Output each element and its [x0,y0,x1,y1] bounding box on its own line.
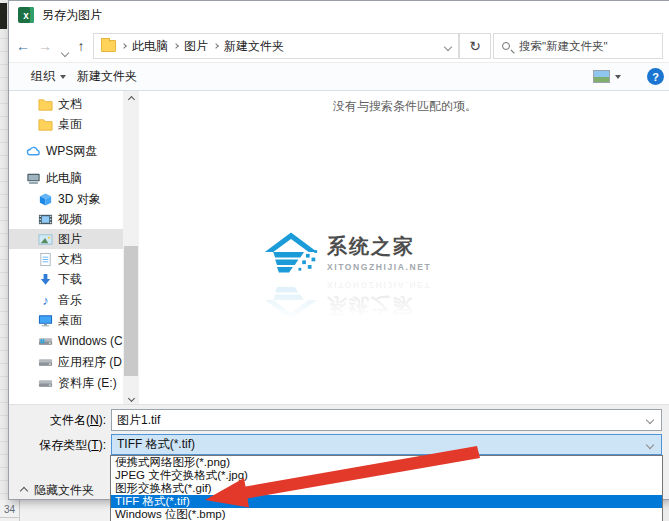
sidebar-item-label: 应用程序 (D:) [58,354,129,371]
sidebar-item-videos[interactable]: 视频 [9,209,123,229]
window-title: 另存为图片 [42,7,102,24]
background-excel-strip [0,0,8,521]
cube-icon [38,192,53,207]
navigation-pane: 文档 桌面 WPS网盘 此电脑 3D 对象 视频 图片 文档 [9,91,141,406]
drive-icon [38,355,53,370]
sidebar-item-this-pc[interactable]: 此电脑 [9,168,123,188]
organize-button[interactable]: 组织 [31,63,66,90]
excel-icon: x [18,7,34,23]
sidebar-item-3d-objects[interactable]: 3D 对象 [9,189,123,209]
sidebar-item-label: 此电脑 [46,170,82,187]
sidebar-item-label: 视频 [58,211,82,228]
refresh-button[interactable]: ↻ [459,33,491,59]
file-name-combobox[interactable] [111,409,662,431]
help-icon: ? [647,68,664,85]
filetype-option-bmp[interactable]: Windows 位图(*.bmp) [111,508,662,521]
sidebar-item-drive-e[interactable]: 资料库 (E:) [9,373,123,393]
up-button[interactable]: ↑ [71,37,91,55]
new-folder-button[interactable]: 新建文件夹 [77,63,137,90]
sidebar-item-drive-c[interactable]: Windows (C:) [9,331,123,351]
save-type-dropdown-list: 便携式网络图形(*.png) JPEG 文件交换格式(*.jpg) 图形交换格式… [110,455,663,521]
search-box[interactable] [493,33,663,59]
file-name-label: 文件名(N): [9,409,106,431]
sidebar-item-desktop[interactable]: 桌面 [9,114,123,134]
breadcrumb-new-folder[interactable]: 新建文件夹 [224,38,284,55]
watermark-url: XITONGZHIJIA.NET [327,262,431,272]
sidebar-item-label: 3D 对象 [58,191,101,208]
desktop-icon [38,313,53,328]
music-note-icon: ♪ [38,293,53,308]
organize-label: 组织 [31,68,55,85]
sidebar-item-desktop-2[interactable]: 桌面 [9,310,123,330]
computer-icon [26,171,41,186]
help-button[interactable]: ? [647,63,664,90]
chevron-right-icon [121,43,127,49]
picture-icon [38,232,53,247]
chevron-down-icon [646,440,654,448]
excel-row-number: 34 [4,504,15,515]
chevron-up-icon [20,486,28,494]
chevron-down-icon [61,49,69,57]
drive-icon [38,376,53,391]
back-button[interactable]: ← [13,37,33,55]
search-icon [502,42,510,50]
toolbar: 组织 新建文件夹 ? [9,63,669,91]
dropdown-triangle-icon [615,75,621,79]
drive-windows-icon [38,334,53,349]
save-type-combobox[interactable]: TIFF 格式(*.tif) [111,434,662,455]
chevron-down-icon [127,394,134,401]
sidebar-item-music[interactable]: ♪ 音乐 [9,290,123,310]
watermark-title: 系统之家 [327,233,431,260]
views-button[interactable] [593,63,621,90]
save-type-dropdown-button[interactable] [639,435,661,454]
sidebar-item-drive-d[interactable]: 应用程序 (D:) [9,352,123,372]
background-window-edge [0,3,7,29]
sidebar-item-label: WPS网盘 [46,143,97,160]
sidebar-item-pictures[interactable]: 图片 [9,229,123,249]
hide-folders-button[interactable]: 隐藏文件夹 [21,481,94,500]
scrollbar-thumb[interactable] [124,246,138,376]
folder-icon [38,117,53,132]
chevron-right-icon [173,43,179,49]
chevron-right-icon [213,43,219,49]
download-icon [38,272,53,287]
cloud-icon [26,144,41,159]
search-input[interactable] [519,40,669,52]
sidebar-item-documents[interactable]: 文档 [9,94,123,114]
breadcrumb-pictures[interactable]: 图片 [184,38,208,55]
title-bar: x 另存为图片 [9,1,669,29]
sidebar-item-label: 图片 [58,231,82,248]
file-name-dropdown-button[interactable] [639,410,661,430]
forward-button[interactable]: → [35,37,55,55]
filetype-option-jpg[interactable]: JPEG 文件交换格式(*.jpg) [111,469,662,482]
xitongzhijia-logo-icon [263,277,319,323]
sidebar-item-label: 资料库 (E:) [58,375,117,392]
address-dropdown-button[interactable] [445,39,451,53]
scrollbar-up-button[interactable] [123,91,139,107]
sidebar-item-label: 下载 [58,271,82,288]
sidebar-item-label: 文档 [58,251,82,268]
excel-gridline-v [19,500,20,521]
filetype-option-tif[interactable]: TIFF 格式(*.tif) [111,495,662,508]
file-list-area: 没有与搜索条件匹配的项。 系统之家 XITONGZHIJIA.NET [141,91,669,406]
filetype-option-gif[interactable]: 图形交换格式(*.gif) [111,482,662,495]
video-icon [38,212,53,227]
sidebar-scrollbar[interactable] [123,91,139,406]
watermark: 系统之家 XITONGZHIJIA.NET 系统之家 XITONGZHIJIA.… [263,229,433,323]
sidebar-item-label: 文档 [58,96,82,113]
views-thumbnail-icon [593,70,610,83]
sidebar-item-wps-cloud[interactable]: WPS网盘 [9,141,123,161]
filetype-option-png[interactable]: 便携式网络图形(*.png) [111,456,662,469]
address-row: ← → ↑ 此电脑 图片 新建文件夹 ↻ [9,29,669,63]
breadcrumb[interactable]: 此电脑 图片 新建文件夹 [93,33,459,59]
watermark-reflection: 系统之家 XITONGZHIJIA.NET [263,277,433,323]
sidebar-item-label: 桌面 [58,312,82,329]
folder-icon [101,40,116,52]
sidebar-item-label: 音乐 [58,292,82,309]
sidebar-item-documents-2[interactable]: 文档 [9,249,123,269]
breadcrumb-this-pc[interactable]: 此电脑 [132,38,168,55]
folder-icon [38,97,53,112]
save-type-label: 保存类型(T): [9,434,106,456]
file-name-input[interactable] [112,413,639,427]
sidebar-item-downloads[interactable]: 下载 [9,269,123,289]
